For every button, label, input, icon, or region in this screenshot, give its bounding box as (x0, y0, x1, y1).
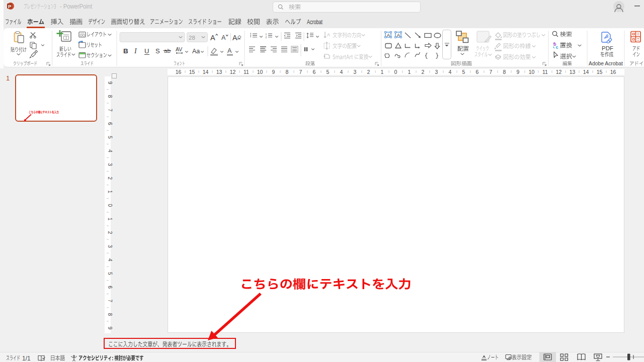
svg-text:A: A (210, 34, 215, 42)
svg-text:PDF: PDF (602, 45, 613, 51)
svg-text:15: 15 (597, 69, 603, 75)
svg-text:9: 9 (107, 81, 113, 84)
svg-text:6: 6 (476, 69, 479, 75)
svg-text:5: 5 (107, 136, 113, 139)
svg-text:B: B (123, 47, 128, 55)
svg-text:11: 11 (244, 69, 249, 75)
svg-text:6: 6 (107, 286, 113, 289)
svg-text:8: 8 (107, 313, 113, 316)
svg-text:7: 7 (107, 299, 113, 302)
svg-text:1: 1 (107, 190, 113, 193)
svg-text:Acrobat: Acrobat (307, 19, 323, 26)
svg-text:4: 4 (449, 69, 452, 75)
svg-text:7: 7 (299, 69, 302, 75)
svg-text:1: 1 (381, 69, 384, 75)
svg-text:6: 6 (107, 122, 113, 125)
svg-text:7: 7 (107, 109, 113, 112)
svg-text:A: A (232, 34, 237, 42)
svg-text:12: 12 (230, 69, 236, 75)
svg-text:10: 10 (257, 69, 263, 75)
svg-text:15: 15 (189, 69, 195, 75)
svg-text:3: 3 (107, 245, 113, 248)
svg-text:AV: AV (176, 46, 182, 52)
svg-text:A: A (221, 34, 226, 41)
svg-text:5: 5 (327, 69, 330, 75)
svg-text:1/1: 1/1 (22, 355, 31, 362)
svg-text:2: 2 (107, 176, 113, 179)
svg-text:13: 13 (570, 69, 576, 75)
svg-text:S: S (155, 47, 160, 55)
svg-text:1: 1 (6, 74, 10, 82)
svg-text:28: 28 (189, 35, 195, 41)
svg-text:7: 7 (490, 69, 493, 75)
svg-text:16: 16 (176, 69, 182, 75)
svg-text:0: 0 (394, 69, 397, 75)
svg-text:9: 9 (517, 69, 520, 75)
svg-text:14: 14 (583, 69, 589, 75)
svg-text:2: 2 (266, 36, 267, 39)
svg-text:A: A (387, 32, 390, 38)
svg-text:- PowerPoint: - PowerPoint (60, 3, 93, 10)
svg-text:8: 8 (503, 69, 506, 75)
svg-text:2: 2 (107, 231, 113, 234)
svg-text:A: A (327, 32, 330, 37)
svg-text:13: 13 (216, 69, 222, 75)
svg-text:2: 2 (367, 69, 370, 75)
svg-text:1: 1 (107, 218, 113, 221)
svg-text:3: 3 (107, 163, 113, 166)
svg-text:2: 2 (422, 69, 425, 75)
svg-text:I: I (134, 47, 137, 55)
svg-text:Aa: Aa (192, 48, 200, 55)
svg-text:11: 11 (542, 69, 548, 75)
svg-text:16: 16 (610, 69, 616, 75)
svg-text:4: 4 (107, 149, 113, 152)
svg-text:12: 12 (556, 69, 562, 75)
svg-text:4: 4 (340, 69, 343, 75)
svg-text:c: c (556, 45, 558, 50)
svg-text:P: P (8, 4, 12, 9)
svg-text:10: 10 (529, 69, 535, 75)
svg-text:8: 8 (286, 69, 289, 75)
svg-text:14: 14 (203, 69, 209, 75)
svg-text:1: 1 (408, 69, 411, 75)
svg-text:0: 0 (107, 204, 113, 207)
svg-text:9: 9 (107, 326, 113, 329)
svg-text:5: 5 (462, 69, 465, 75)
svg-text:5: 5 (107, 272, 113, 275)
svg-text:A: A (227, 47, 232, 54)
svg-text:3: 3 (354, 69, 357, 75)
svg-text:U: U (144, 47, 149, 55)
svg-text:4: 4 (107, 258, 113, 261)
svg-text:A: A (397, 32, 400, 38)
svg-text:9: 9 (272, 69, 275, 75)
svg-text:Adobe Acrobat: Adobe Acrobat (589, 61, 623, 66)
svg-text:3: 3 (435, 69, 438, 75)
svg-text:8: 8 (107, 95, 113, 98)
svg-text:6: 6 (313, 69, 316, 75)
